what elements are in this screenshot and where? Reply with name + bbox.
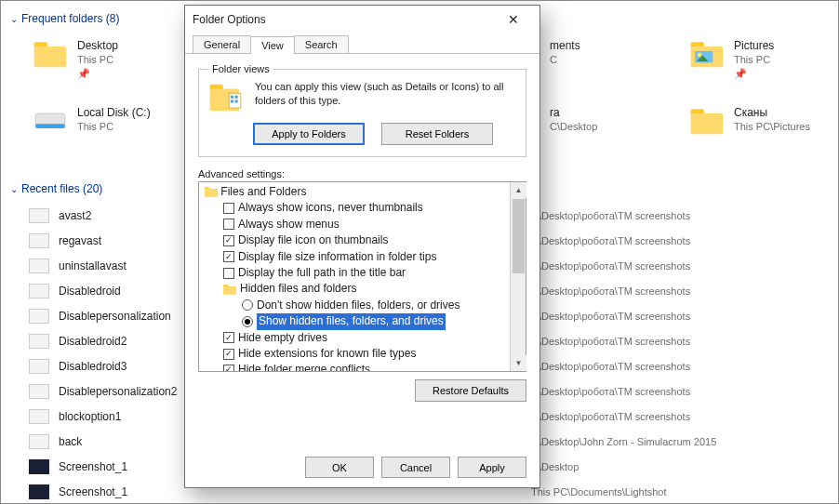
tree-item[interactable]: Always show icons, never thumbnails [205,200,508,216]
file-icon [29,359,49,374]
checkbox[interactable] [223,251,234,262]
checkbox[interactable] [223,349,234,360]
frequent-item[interactable]: Local Disk (C:)This PC [33,105,200,137]
chevron-down-icon: ⌄ [10,14,18,24]
dialog-body: Folder views You can apply this view (su… [185,54,539,409]
checkbox[interactable] [223,203,234,214]
file-icon [29,334,49,349]
checkbox[interactable] [223,219,234,230]
frequent-item[interactable]: DesktopThis PC📌 [33,38,200,81]
frequent-item[interactable]: mentsC [550,38,680,67]
pin-icon: 📌 [734,67,774,81]
file-icon [29,434,49,449]
radio[interactable] [242,316,253,327]
file-icon [29,484,49,499]
chevron-down-icon: ⌄ [10,184,18,194]
dialog-tabs: General View Search [185,33,539,54]
pictures-folder-icon [689,38,725,70]
disk-icon [33,105,68,137]
file-name: back [59,435,82,448]
tree-root: Files and Folders [220,185,306,198]
file-name: regavast [59,234,101,247]
file-name: Screenshot_1 [59,460,127,473]
svg-rect-16 [235,99,238,102]
tree-item[interactable]: Hide empty drives [205,330,508,346]
file-name: Disablepersonalization2 [59,385,177,398]
svg-point-7 [698,52,702,57]
file-path: This PC\Documents\Lightshot [531,486,667,497]
folder-views-group: Folder views You can apply this view (su… [198,63,526,157]
close-button[interactable]: ✕ [495,7,532,33]
ok-button[interactable]: OK [305,457,374,478]
file-name: blockoption1 [59,410,121,423]
reset-folders-button[interactable]: Reset Folders [381,123,493,145]
tab-search[interactable]: Search [294,35,349,53]
file-path: C\Desktop\John Zorn - Simulacrum 2015 [531,436,716,447]
file-path: C\Desktop\poбота\TM screenshots [531,336,690,347]
radio[interactable] [242,299,253,311]
file-name: avast2 [59,209,91,222]
folder-icon [33,38,68,70]
file-path: C\Desktop\poбота\TM screenshots [531,311,690,322]
folder-views-legend: Folder views [208,63,273,74]
file-name: Disabledroid [59,285,121,298]
checkbox[interactable] [223,332,234,343]
scroll-up-icon[interactable]: ▲ [511,182,526,198]
tab-view[interactable]: View [250,36,295,54]
file-path: C\Desktop\poбота\TM screenshots [531,235,690,246]
frequent-item[interactable]: СканыThis PC\Pictures [689,105,839,137]
svg-rect-18 [205,189,218,197]
file-icon [29,459,49,474]
tree-item[interactable]: Hide extensions for known file types [205,346,508,362]
folder-icon [689,105,725,137]
file-icon [29,259,49,273]
dialog-titlebar[interactable]: Folder Options ✕ [185,6,539,33]
file-icon [29,284,49,298]
file-path: C\Desktop\poбота\TM screenshots [531,285,690,297]
file-icon [29,233,49,248]
dialog-title: Folder Options [193,13,266,26]
file-name: Screenshot_1 [59,485,127,498]
folder-views-text: You can apply this view (such as Details… [255,80,516,108]
apply-to-folders-button[interactable]: Apply to Folders [253,123,365,145]
tab-general[interactable]: General [193,35,251,53]
svg-rect-1 [34,46,67,67]
advanced-settings-label: Advanced settings: [198,168,526,179]
svg-rect-9 [691,113,724,134]
tree-item[interactable]: Always show menus [205,217,508,232]
svg-rect-3 [35,124,65,128]
svg-rect-14 [235,96,238,99]
tree-item[interactable]: Display file size information in folder … [205,249,508,265]
file-name: uninstallavast [59,259,127,272]
folder-views-icon [208,80,244,115]
scroll-thumb[interactable] [513,199,525,273]
checkbox[interactable] [223,268,234,279]
file-name: Disabledroid2 [59,335,127,348]
cancel-button[interactable]: Cancel [381,457,450,478]
frequent-item[interactable]: PicturesThis PC📌 [689,38,839,81]
scroll-down-icon[interactable]: ▼ [511,355,526,371]
checkbox[interactable] [223,365,234,371]
svg-rect-15 [231,99,233,102]
frequent-item[interactable]: raC\Desktop [550,105,680,134]
pin-icon: 📌 [77,67,118,81]
tree-group[interactable]: Hidden files and folders [205,281,508,297]
file-icon [29,208,49,223]
advanced-settings-tree[interactable]: Files and FoldersAlways show icons, neve… [199,182,510,371]
file-path: C\Desktop\poбота\TM screenshots [531,411,690,422]
tree-item[interactable]: Display file icon on thumbnails [205,232,508,248]
restore-defaults-button[interactable]: Restore Defaults [415,379,526,402]
file-icon [29,309,49,324]
tree-item[interactable]: Hide folder merge conflicts [205,362,508,371]
file-icon [29,409,49,424]
tree-item[interactable]: Show hidden files, folders, and drives [205,313,508,329]
file-name: Disabledroid3 [59,360,127,373]
file-name: Disablepersonalization [59,310,171,323]
scrollbar[interactable]: ▲ ▼ [510,182,526,371]
tree-item[interactable]: Display the full path in the title bar [205,265,508,281]
tree-item[interactable]: Don't show hidden files, folders, or dri… [205,298,508,313]
checkbox[interactable] [223,235,234,246]
file-path: C\Desktop\poбота\TM screenshots [531,386,690,397]
apply-button[interactable]: Apply [458,457,526,478]
advanced-settings-box: Files and FoldersAlways show icons, neve… [198,181,526,372]
